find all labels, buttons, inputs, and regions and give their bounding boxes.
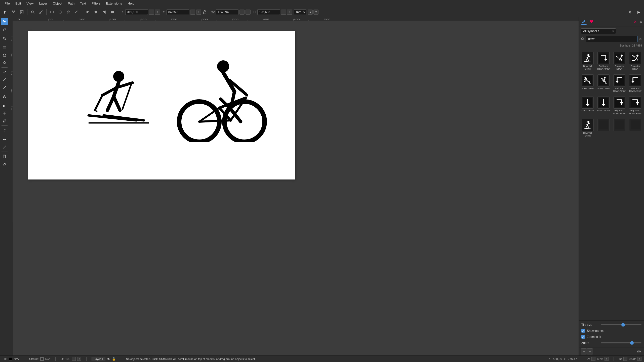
mesh-tool[interactable] [1,110,8,117]
align-left-btn[interactable] [84,9,91,16]
menu-help[interactable]: Help [125,1,137,6]
transform-tool-btn[interactable] [18,9,26,16]
menu-edit[interactable]: Edit [13,1,23,6]
zoom-out-btn[interactable]: − [591,357,595,361]
symbol-left-down-arrow-2[interactable]: Left and Down Arrow [628,73,642,94]
w-increase-btn[interactable]: + [246,10,251,15]
zoom-to-fit-label[interactable]: Zoom to fit [587,335,601,339]
h-increase-btn[interactable]: + [287,10,292,15]
opacity-decrease-btn[interactable]: − [72,357,76,361]
tile-size-thumb[interactable] [621,323,625,327]
symbol-search-input[interactable] [586,36,637,42]
rotation-decrease-btn[interactable]: − [623,357,627,361]
stroke-swatch[interactable] [40,357,44,361]
zoom-slider[interactable] [601,342,641,343]
lock-proportions-btn[interactable] [203,10,208,14]
measure-tool[interactable] [1,144,8,151]
star-tool[interactable] [1,59,8,66]
menu-text[interactable]: Text [77,1,89,6]
text-tool[interactable]: A [1,93,8,100]
h-input[interactable] [257,9,280,15]
w-decrease-btn[interactable]: − [239,10,245,15]
select-tool[interactable] [1,18,8,25]
circle-btn[interactable] [56,9,64,16]
expand-right-btn[interactable]: ▶ [635,9,642,16]
unit-select[interactable]: mm px cm in [294,9,306,15]
node-edit-tool[interactable] [1,26,8,33]
panel-close-btn[interactable]: ✕ [633,19,637,24]
layer-lock-btn[interactable]: 🔓 [112,357,116,361]
distribute-btn[interactable] [109,9,116,16]
align-right-btn[interactable] [100,9,108,16]
show-names-label[interactable]: Show names [587,329,604,333]
symbol-right-down-arrow-3[interactable]: Right and Down Arrow [628,95,642,116]
unit-decrease-btn[interactable]: ▲ [308,10,313,15]
w-input[interactable] [216,9,238,15]
menu-layer[interactable]: Layer [36,1,50,6]
calligraphy-tool[interactable] [1,84,8,91]
symbol-stairs-down-2[interactable]: Stairs Down [596,73,611,94]
opacity-increase-btn[interactable]: + [77,357,81,361]
pencil-tool[interactable] [1,76,8,83]
menu-view[interactable]: View [24,1,36,6]
zoom-thumb[interactable] [630,341,634,345]
panel-add-btn[interactable]: + [581,348,587,354]
connector-tool[interactable] [1,136,8,143]
dropper-tool[interactable] [1,117,8,124]
canvas-area[interactable]: ⋮ [13,21,579,355]
tile-size-slider[interactable] [601,324,641,325]
symbol-stairs-down-1[interactable]: Stairs Down [580,73,595,94]
panel-edit-tab[interactable] [581,19,587,25]
select-tool-btn[interactable] [2,9,9,16]
y-input[interactable] [167,9,189,15]
symbol-right-down-arrow-2[interactable]: Right and Down Arrow [612,95,627,116]
pencil-btn[interactable] [73,9,80,16]
circle-tool[interactable] [1,52,8,59]
zoom-to-fit-checkbox[interactable] [581,335,585,339]
rect-tool[interactable] [1,44,8,51]
menu-filters[interactable]: Filters [89,1,103,6]
menu-object[interactable]: Object [50,1,65,6]
show-names-checkbox[interactable] [581,329,585,333]
node-tool-btn[interactable] [10,9,17,16]
zoom-btn[interactable] [29,9,36,16]
menu-path[interactable]: Path [65,1,77,6]
x-increase-btn[interactable]: + [155,10,160,15]
unit-increase-btn[interactable]: ▼ [313,10,318,15]
h-decrease-btn[interactable]: − [281,10,286,15]
zoom-in-btn[interactable]: + [605,357,609,361]
rect-btn[interactable] [48,9,56,16]
panel-expand-btn[interactable]: « [640,19,642,24]
search-clear-btn[interactable]: ✕ [639,37,642,41]
panel-remove-btn[interactable]: − [587,348,593,354]
symbol-downhill-skiing-bottom[interactable]: Downhill Skiing [580,118,595,139]
pages-tool[interactable] [1,153,8,160]
measure-btn[interactable] [37,9,45,16]
zoom-tool[interactable] [1,35,8,42]
eraser-tool[interactable] [1,160,8,167]
layer-visibility-btn[interactable]: 👁 [107,357,110,361]
symbol-left-down-arrow-1[interactable]: Left and Down Arrow [612,73,627,94]
rotation-increase-btn[interactable]: + [637,357,641,361]
pen-tool[interactable] [1,69,8,76]
fill-swatch[interactable] [9,357,12,361]
align-center-btn[interactable] [92,9,100,16]
symbol-escalator-down-2[interactable]: Escalator Down [628,51,642,72]
symbol-partial-1[interactable] [596,118,611,139]
symbol-partial-2[interactable] [612,118,627,139]
x-input[interactable] [125,9,148,15]
y-decrease-btn[interactable]: − [190,10,195,15]
menu-file[interactable]: File [2,1,12,6]
gradient-tool[interactable] [1,102,8,109]
spray-tool[interactable] [1,127,8,134]
y-increase-btn[interactable]: + [196,10,201,15]
symbol-escalator-down-1[interactable]: Escalator Down [612,51,627,72]
star-btn[interactable] [65,9,72,16]
x-decrease-btn[interactable]: − [149,10,154,15]
layer-name-btn[interactable]: Layer 1 [92,357,105,361]
side-dots-menu[interactable]: ⋮ [573,155,578,160]
panel-settings-btn[interactable] [636,348,642,354]
symbol-downhill-skiing-1[interactable]: Downhill Skiing [580,51,595,72]
symbol-category-dropdown[interactable]: All symbol s... ▾ [581,28,616,34]
symbol-partial-3[interactable] [628,118,642,139]
